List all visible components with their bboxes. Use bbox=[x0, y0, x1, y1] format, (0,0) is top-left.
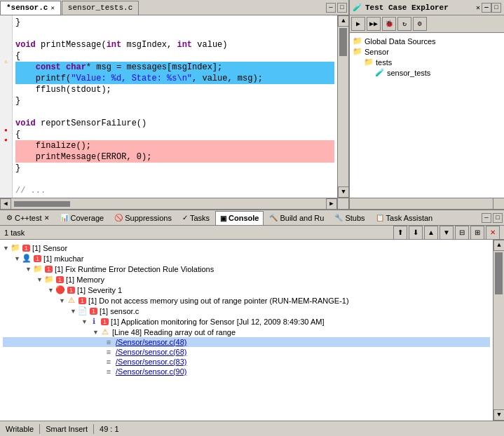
status-insert-mode: Smart Insert bbox=[46, 425, 88, 433]
test-case-explorer-title-bar: 🧪 Test Case Explorer ✕ — □ bbox=[350, 0, 504, 15]
link-90-icon: ≡ bbox=[104, 367, 114, 376]
test-case-explorer-maximize-button[interactable]: □ bbox=[491, 3, 501, 13]
h-scroll-thumb[interactable] bbox=[14, 201, 70, 207]
expand-fix-runtime-arrow[interactable]: ▼ bbox=[25, 266, 32, 273]
task-btn-6[interactable]: ⊞ bbox=[470, 226, 484, 240]
bottom-tree-view[interactable]: ▼ 📁 1 [1] Sensor ▼ 👤 1 [1] mkuchar ▼ 📁 1… bbox=[0, 240, 493, 421]
code-lines[interactable]: } void printMessage(int msgIndex, int va… bbox=[13, 15, 337, 198]
tab-task-assistant[interactable]: 📋 Task Assistan bbox=[371, 211, 438, 225]
btree-row-line48-header[interactable]: ▼ ⚠ [Line 48] Reading array out of range bbox=[3, 327, 490, 337]
task-btn-1[interactable]: ⬆ bbox=[393, 226, 407, 240]
expand-line48-arrow[interactable]: ▼ bbox=[93, 329, 99, 336]
expand-sensorc-arrow[interactable]: ▼ bbox=[70, 308, 76, 315]
code-line-12: finalize(); bbox=[15, 140, 334, 151]
task-btn-4[interactable]: ▼ bbox=[440, 226, 454, 240]
expand-mkuchar-arrow[interactable]: ▼ bbox=[14, 255, 20, 262]
scroll-thumb-v[interactable] bbox=[339, 28, 347, 56]
line48-label: [Line 48] Reading array out of range bbox=[112, 328, 236, 336]
tab-sensor-tests-c[interactable]: sensor_tests.c bbox=[62, 1, 139, 15]
test-case-explorer-close-button[interactable]: ✕ bbox=[476, 4, 480, 12]
btree-row-link-90[interactable]: ≡ /Sensor/sensor.c(90) bbox=[3, 367, 490, 376]
right-h-scrollbar[interactable] bbox=[350, 198, 493, 209]
btree-row-app-monitoring[interactable]: ▼ ℹ 1 [1] Application monitoring for Sen… bbox=[3, 316, 490, 327]
tab-sensor-c[interactable]: *sensor.c ✕ bbox=[0, 1, 61, 15]
btree-row-memory[interactable]: ▼ 📁 1 [1] Memory bbox=[3, 274, 490, 285]
expand-severity-arrow[interactable]: ▼ bbox=[48, 287, 54, 294]
btree-row-link-48[interactable]: ≡ /Sensor/sensor.c(48) bbox=[3, 337, 490, 347]
scrollbar-corner bbox=[337, 198, 348, 209]
expand-sensor-arrow[interactable]: ▼ bbox=[3, 245, 9, 252]
code-line-7: fflush(stdout); bbox=[15, 84, 334, 95]
link-83-label[interactable]: /Sensor/sensor.c(83) bbox=[116, 357, 187, 366]
test-case-explorer-minimize-button[interactable]: — bbox=[482, 3, 491, 13]
bottom-maximize-button[interactable]: □ bbox=[493, 213, 503, 223]
fix-runtime-badge: 1 bbox=[45, 266, 53, 273]
build-tab-label: Build and Ru bbox=[280, 214, 324, 222]
btree-row-link-68[interactable]: ≡ /Sensor/sensor.c(68) bbox=[3, 347, 490, 357]
memory-badge: 1 bbox=[56, 276, 64, 283]
tab-suppressions[interactable]: 🚫 Suppressions bbox=[109, 211, 177, 225]
btree-row-severity[interactable]: ▼ 🔴 1 [1] Severity 1 bbox=[3, 285, 490, 295]
scroll-down-arrow[interactable]: ▼ bbox=[338, 186, 348, 198]
fix-runtime-label: [1] Fix Runtime Error Detection Rule Vio… bbox=[55, 265, 214, 273]
bottom-vertical-scrollbar[interactable]: ▲ ▼ bbox=[493, 240, 504, 421]
expand-app-arrow[interactable]: ▼ bbox=[81, 318, 88, 325]
scroll-left-arrow[interactable]: ◀ bbox=[0, 198, 11, 210]
scroll-right-arrow[interactable]: ▶ bbox=[326, 198, 337, 210]
tab-coverage[interactable]: 📊 Coverage bbox=[55, 211, 109, 225]
bottom-scroll-track[interactable] bbox=[493, 251, 504, 409]
memory-folder-icon: 📁 bbox=[44, 275, 54, 284]
btree-row-mkuchar[interactable]: ▼ 👤 1 [1] mkuchar bbox=[3, 253, 490, 264]
run-test-button[interactable]: ▶ bbox=[351, 17, 365, 31]
btree-row-sensorc[interactable]: ▼ 📄 1 [1] sensor.c bbox=[3, 306, 490, 316]
bottom-scroll-down-arrow[interactable]: ▼ bbox=[493, 409, 504, 421]
task-assistant-tab-icon: 📋 bbox=[376, 214, 384, 222]
minimize-code-button[interactable]: — bbox=[326, 3, 336, 13]
tree-item-sensor-tests[interactable]: 🧪 sensor_tests bbox=[353, 67, 501, 78]
sensor-tree-label: [1] Sensor bbox=[32, 244, 67, 252]
maximize-code-button[interactable]: □ bbox=[337, 3, 347, 13]
btree-row-link-83[interactable]: ≡ /Sensor/sensor.c(83) bbox=[3, 357, 490, 367]
task-btn-7[interactable]: ✕ bbox=[486, 226, 500, 240]
cpptest-tab-close[interactable]: ✕ bbox=[44, 214, 50, 222]
link-48-label[interactable]: /Sensor/sensor.c(48) bbox=[116, 338, 187, 346]
code-line-4: { bbox=[15, 50, 334, 62]
code-line-9 bbox=[15, 107, 334, 118]
refresh-button[interactable]: ↻ bbox=[397, 17, 411, 31]
code-vertical-scrollbar[interactable]: ▲ ▼ bbox=[337, 15, 348, 198]
expand-rule-arrow[interactable]: ▼ bbox=[59, 297, 65, 304]
btree-row-sensor[interactable]: ▼ 📁 1 [1] Sensor bbox=[3, 243, 490, 253]
tab-stubs[interactable]: 🔧 Stubs bbox=[329, 211, 369, 225]
tab-tasks[interactable]: ✓ Tasks bbox=[177, 211, 214, 225]
test-case-explorer-title: Test Case Explorer bbox=[365, 4, 449, 12]
scroll-track-v[interactable] bbox=[338, 27, 348, 186]
expand-memory-arrow[interactable]: ▼ bbox=[36, 276, 43, 283]
link-90-label[interactable]: /Sensor/sensor.c(90) bbox=[116, 367, 187, 376]
settings-button[interactable]: ⚙ bbox=[413, 17, 427, 31]
tab-close-active[interactable]: ✕ bbox=[50, 4, 54, 12]
bottom-scroll-up-arrow[interactable]: ▲ bbox=[493, 240, 504, 251]
btree-row-rule[interactable]: ▼ ⚠ 1 [1] Do not access memory using out… bbox=[3, 295, 490, 306]
tab-console[interactable]: ▣ Console bbox=[215, 211, 264, 225]
bottom-minimize-button[interactable]: — bbox=[482, 213, 491, 223]
link-68-label[interactable]: /Sensor/sensor.c(68) bbox=[116, 348, 187, 356]
bottom-scroll-thumb[interactable] bbox=[495, 252, 503, 294]
h-scroll-track[interactable] bbox=[11, 198, 326, 210]
code-horizontal-scrollbar[interactable]: ◀ ▶ bbox=[0, 198, 337, 209]
task-btn-3[interactable]: ▲ bbox=[424, 226, 438, 240]
tree-item-tests[interactable]: 📁 tests bbox=[353, 57, 501, 67]
code-line-13: printMessage(ERROR, 0); bbox=[15, 151, 334, 163]
task-btn-2[interactable]: ⬇ bbox=[409, 226, 423, 240]
task-btn-5[interactable]: ⊟ bbox=[455, 226, 469, 240]
tree-item-global-data-sources[interactable]: 📁 Global Data Sources bbox=[353, 36, 501, 46]
code-line-6: printf("Value: %d, State: %s\n", value, … bbox=[15, 73, 334, 84]
tab-cpptest[interactable]: ⚙ C++test ✕ bbox=[1, 211, 55, 225]
tree-item-sensor[interactable]: 📁 Sensor bbox=[353, 46, 501, 57]
debug-test-button[interactable]: 🐞 bbox=[382, 17, 396, 31]
btree-row-fix-runtime[interactable]: ▼ 📁 1 [1] Fix Runtime Error Detection Ru… bbox=[3, 264, 490, 274]
rule-warning-icon: ⚠ bbox=[67, 296, 76, 305]
suppressions-tab-label: Suppressions bbox=[125, 214, 172, 222]
tab-build-and-run[interactable]: 🔨 Build and Ru bbox=[264, 211, 329, 225]
scroll-up-arrow[interactable]: ▲ bbox=[338, 15, 348, 27]
run-all-tests-button[interactable]: ▶▶ bbox=[367, 17, 381, 31]
